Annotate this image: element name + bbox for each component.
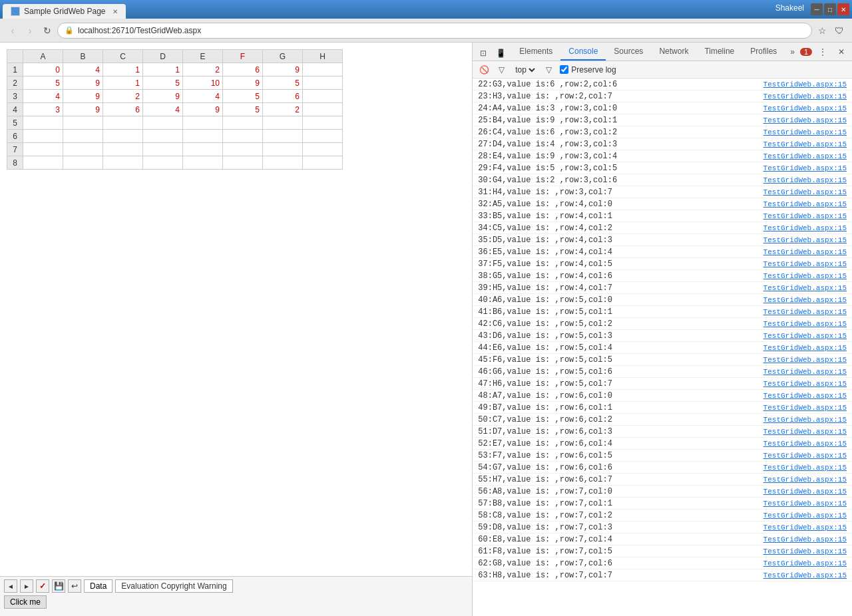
cell-F8[interactable] (223, 156, 263, 170)
cell-G5[interactable] (263, 116, 303, 130)
console-entry-source[interactable]: TestGridWeb.aspx:15 (763, 92, 847, 100)
console-entry-source[interactable]: TestGridWeb.aspx:15 (763, 404, 847, 412)
cell-D6[interactable] (143, 130, 183, 143)
cell-E2[interactable]: 10 (183, 77, 223, 90)
cell-E1[interactable]: 2 (183, 63, 223, 77)
cell-B6[interactable] (63, 130, 103, 143)
console-entry-source[interactable]: TestGridWeb.aspx:15 (763, 464, 847, 472)
console-entry-source[interactable]: TestGridWeb.aspx:15 (763, 116, 847, 124)
console-entry-source[interactable]: TestGridWeb.aspx:15 (763, 200, 847, 208)
cell-C2[interactable]: 1 (103, 77, 143, 90)
more-tabs-button[interactable]: » (785, 43, 800, 61)
console-entry-source[interactable]: TestGridWeb.aspx:15 (763, 428, 847, 436)
clear-console-icon[interactable]: 🚫 (478, 64, 490, 76)
address-bar[interactable]: 🔒 localhost:26710/TestGridWeb.aspx (57, 23, 812, 39)
console-entry-source[interactable]: TestGridWeb.aspx:15 (763, 476, 847, 484)
expand-filter-icon[interactable]: ▽ (542, 64, 554, 76)
data-tab[interactable]: Data (84, 579, 112, 593)
console-entry-source[interactable]: TestGridWeb.aspx:15 (763, 248, 847, 256)
console-entry-source[interactable]: TestGridWeb.aspx:15 (763, 332, 847, 340)
console-entry-source[interactable]: TestGridWeb.aspx:15 (763, 356, 847, 364)
console-entry-source[interactable]: TestGridWeb.aspx:15 (763, 559, 847, 567)
cell-D8[interactable] (143, 156, 183, 170)
console-entry-source[interactable]: TestGridWeb.aspx:15 (763, 571, 847, 579)
cell-C7[interactable] (103, 143, 143, 156)
bookmark-button[interactable]: ☆ (815, 23, 829, 38)
cell-D4[interactable]: 4 (143, 103, 183, 116)
console-entry-source[interactable]: TestGridWeb.aspx:15 (763, 80, 847, 88)
cell-E6[interactable] (183, 130, 223, 143)
console-entry-source[interactable]: TestGridWeb.aspx:15 (763, 368, 847, 376)
cell-G1[interactable]: 9 (263, 63, 303, 77)
cell-B4[interactable]: 9 (63, 103, 103, 116)
cell-H2[interactable] (303, 77, 343, 90)
console-entry-source[interactable]: TestGridWeb.aspx:15 (763, 224, 847, 232)
device-toolbar-icon[interactable]: 📱 (493, 45, 509, 61)
cell-D3[interactable]: 9 (143, 90, 183, 103)
console-entry-source[interactable]: TestGridWeb.aspx:15 (763, 212, 847, 220)
eval-tab[interactable]: Evaluation Copyright Warning (115, 579, 232, 593)
console-entry-source[interactable]: TestGridWeb.aspx:15 (763, 416, 847, 424)
tab-timeline[interactable]: Timeline (696, 43, 742, 61)
cell-H5[interactable] (303, 116, 343, 130)
cell-E8[interactable] (183, 156, 223, 170)
cell-F4[interactable]: 5 (223, 103, 263, 116)
cell-B1[interactable]: 4 (63, 63, 103, 77)
cell-B2[interactable]: 9 (63, 77, 103, 90)
tab-console[interactable]: Console (560, 43, 606, 61)
console-entry-source[interactable]: TestGridWeb.aspx:15 (763, 188, 847, 196)
forward-button[interactable]: › (23, 23, 37, 38)
console-entry-source[interactable]: TestGridWeb.aspx:15 (763, 512, 847, 520)
cell-C5[interactable] (103, 116, 143, 130)
cell-C4[interactable]: 6 (103, 103, 143, 116)
cell-G4[interactable]: 2 (263, 103, 303, 116)
console-entry-source[interactable]: TestGridWeb.aspx:15 (763, 380, 847, 388)
console-entry-source[interactable]: TestGridWeb.aspx:15 (763, 284, 847, 292)
cell-F2[interactable]: 9 (223, 77, 263, 90)
console-entry-source[interactable]: TestGridWeb.aspx:15 (763, 440, 847, 448)
tab-network[interactable]: Network (651, 43, 696, 61)
console-entry-source[interactable]: TestGridWeb.aspx:15 (763, 392, 847, 400)
minimize-button[interactable]: ─ (811, 3, 823, 15)
tab-close-button[interactable]: ✕ (112, 8, 118, 15)
context-selector[interactable]: top (513, 65, 537, 75)
console-entry-source[interactable]: TestGridWeb.aspx:15 (763, 308, 847, 316)
click-me-button[interactable]: Click me (4, 595, 47, 609)
save-button[interactable]: 💾 (52, 579, 65, 593)
cell-A5[interactable] (23, 116, 63, 130)
maximize-button[interactable]: □ (824, 3, 836, 15)
cell-F7[interactable] (223, 143, 263, 156)
cell-E5[interactable] (183, 116, 223, 130)
cell-A8[interactable] (23, 156, 63, 170)
tab-profiles[interactable]: Profiles (742, 43, 785, 61)
cell-H8[interactable] (303, 156, 343, 170)
cell-H3[interactable] (303, 90, 343, 103)
cell-G8[interactable] (263, 156, 303, 170)
console-entry-source[interactable]: TestGridWeb.aspx:15 (763, 272, 847, 280)
cell-C1[interactable]: 1 (103, 63, 143, 77)
cell-G6[interactable] (263, 130, 303, 143)
cell-B8[interactable] (63, 156, 103, 170)
close-button[interactable]: ✕ (837, 3, 849, 15)
cell-B7[interactable] (63, 143, 103, 156)
console-entry-source[interactable]: TestGridWeb.aspx:15 (763, 320, 847, 328)
next-button[interactable]: ► (20, 579, 33, 593)
cell-D2[interactable]: 5 (143, 77, 183, 90)
cell-H7[interactable] (303, 143, 343, 156)
console-entry-source[interactable]: TestGridWeb.aspx:15 (763, 176, 847, 184)
console-entry-source[interactable]: TestGridWeb.aspx:15 (763, 452, 847, 460)
console-entry-source[interactable]: TestGridWeb.aspx:15 (763, 140, 847, 148)
cell-B5[interactable] (63, 116, 103, 130)
cell-F6[interactable] (223, 130, 263, 143)
tab-sources[interactable]: Sources (606, 43, 651, 61)
cell-B3[interactable]: 9 (63, 90, 103, 103)
cell-H6[interactable] (303, 130, 343, 143)
console-entry-source[interactable]: TestGridWeb.aspx:15 (763, 104, 847, 112)
preserve-log-checkbox[interactable] (560, 65, 568, 74)
console-entry-source[interactable]: TestGridWeb.aspx:15 (763, 260, 847, 268)
active-tab[interactable]: Sample GridWeb Page ✕ (3, 4, 126, 19)
cell-G3[interactable]: 6 (263, 90, 303, 103)
check-button[interactable]: ✓ (36, 579, 49, 593)
cell-G7[interactable] (263, 143, 303, 156)
undo-button[interactable]: ↩ (68, 579, 81, 593)
